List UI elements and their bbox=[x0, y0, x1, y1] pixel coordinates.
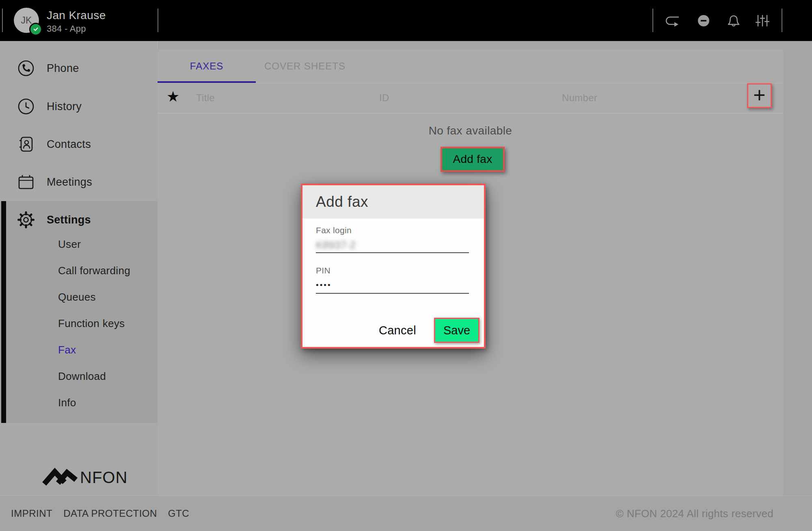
add-fax-plus-button[interactable]: + bbox=[747, 83, 772, 108]
history-clock-icon bbox=[17, 98, 35, 115]
topbar-divider bbox=[158, 9, 158, 32]
nfon-logo-text: NFON bbox=[80, 468, 127, 487]
sidebar-item-label: Meetings bbox=[47, 176, 92, 189]
column-header-title: Title bbox=[196, 92, 215, 104]
dialog-title: Add fax bbox=[316, 185, 368, 219]
add-fax-button-label: Add fax bbox=[453, 153, 492, 166]
sidebar-item-label: Contacts bbox=[47, 138, 91, 151]
call-forwarding-icon[interactable] bbox=[663, 0, 681, 41]
sidebar-item-meetings[interactable]: Meetings bbox=[0, 169, 158, 195]
sidebar-subitem-fax[interactable]: Fax bbox=[58, 344, 76, 356]
save-button-label: Save bbox=[443, 324, 470, 337]
sidebar-subitem-queues[interactable]: Queues bbox=[58, 291, 96, 303]
calendar-icon bbox=[17, 173, 35, 191]
notifications-bell-icon[interactable] bbox=[725, 0, 743, 41]
sidebar-subitem-user[interactable]: User bbox=[58, 238, 81, 251]
app-window: JK Jan Krause 384 - App bbox=[0, 0, 812, 531]
phone-icon bbox=[17, 59, 35, 77]
dialog-actions: Cancel Save bbox=[376, 317, 479, 344]
sidebar: Phone History Contacts bbox=[0, 41, 158, 496]
plus-icon: + bbox=[753, 85, 765, 106]
topbar-left-divider bbox=[2, 9, 3, 32]
pin-label: PIN bbox=[316, 266, 469, 275]
settings-sliders-icon[interactable] bbox=[754, 0, 771, 41]
settings-active-indicator bbox=[1, 201, 6, 423]
dialog-header: Add fax bbox=[302, 185, 484, 219]
nfon-logo-mark bbox=[42, 466, 78, 487]
fax-login-label: Fax login bbox=[316, 225, 469, 235]
sidebar-item-phone[interactable]: Phone bbox=[0, 55, 158, 82]
column-header-number: Number bbox=[562, 92, 597, 104]
sidebar-item-label: History bbox=[47, 100, 82, 113]
check-icon bbox=[32, 26, 39, 33]
pin-underline bbox=[316, 293, 469, 294]
save-button[interactable]: Save bbox=[434, 318, 479, 343]
user-name: Jan Krause bbox=[47, 9, 106, 22]
tab-faxes[interactable]: FAXES bbox=[158, 50, 256, 82]
add-fax-dialog: Add fax Fax login K8937-2 PIN •••• Cance… bbox=[301, 184, 486, 349]
sidebar-subitem-info[interactable]: Info bbox=[58, 397, 76, 409]
top-bar: JK Jan Krause 384 - App bbox=[0, 0, 812, 41]
nfon-logo: NFON bbox=[42, 466, 131, 489]
column-header-id: ID bbox=[379, 92, 389, 104]
footer: IMPRINT DATA PROTECTION GTC © NFON 2024 … bbox=[0, 496, 812, 531]
copyright-notice: © NFON 2024 All rights reserved bbox=[616, 507, 773, 520]
favorite-star-icon: ★ bbox=[166, 88, 179, 105]
pin-input[interactable]: •••• bbox=[316, 281, 469, 290]
tab-label: FAXES bbox=[190, 61, 223, 72]
topbar-divider-right-2 bbox=[782, 9, 782, 32]
sidebar-item-history[interactable]: History bbox=[0, 93, 158, 120]
fax-login-input[interactable]: K8937-2 bbox=[316, 239, 469, 251]
sidebar-item-label: Settings bbox=[47, 214, 91, 226]
do-not-disturb-icon[interactable] bbox=[695, 0, 713, 41]
add-fax-button[interactable]: Add fax bbox=[441, 147, 505, 172]
user-extension: 384 - App bbox=[47, 24, 86, 34]
tab-cover-sheets[interactable]: COVER SHEETS bbox=[256, 50, 354, 82]
sidebar-subitem-function-keys[interactable]: Function keys bbox=[58, 317, 125, 330]
fax-login-underline bbox=[316, 252, 469, 253]
contacts-icon bbox=[17, 135, 35, 153]
gear-icon bbox=[17, 211, 35, 229]
sidebar-item-label: Phone bbox=[47, 62, 79, 75]
online-status-badge bbox=[29, 23, 42, 36]
footer-link-gtc[interactable]: GTC bbox=[168, 508, 189, 519]
footer-link-data-protection[interactable]: DATA PROTECTION bbox=[63, 508, 157, 519]
sidebar-item-settings[interactable]: Settings bbox=[0, 206, 158, 233]
empty-state-message: No fax available bbox=[158, 124, 783, 137]
settings-section bbox=[0, 201, 158, 423]
topbar-divider-right-1 bbox=[652, 9, 653, 32]
tab-label: COVER SHEETS bbox=[264, 61, 346, 72]
sidebar-item-contacts[interactable]: Contacts bbox=[0, 131, 158, 158]
cancel-button[interactable]: Cancel bbox=[376, 324, 419, 337]
sidebar-subitem-download[interactable]: Download bbox=[58, 370, 106, 383]
table-header: ★ Title ID Number bbox=[158, 83, 783, 113]
sidebar-subitem-call-forwarding[interactable]: Call forwarding bbox=[58, 264, 130, 277]
avatar-initials: JK bbox=[21, 15, 32, 26]
footer-link-imprint[interactable]: IMPRINT bbox=[11, 508, 52, 519]
